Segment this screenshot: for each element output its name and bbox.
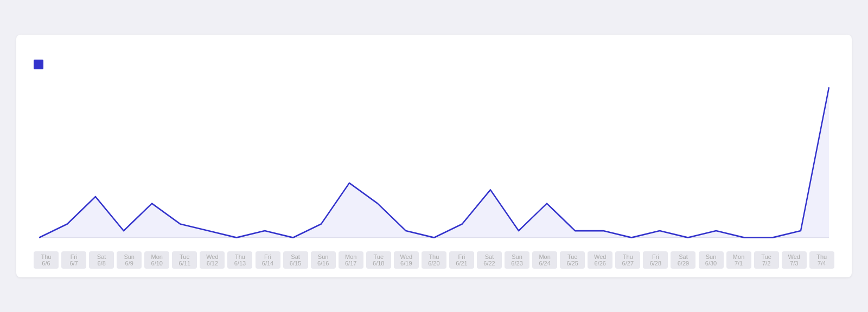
- x-tick: Sat6/15: [283, 251, 308, 269]
- x-tick: Fri6/7: [61, 251, 86, 269]
- x-tick: Wed6/12: [200, 251, 225, 269]
- x-tick: Sun6/30: [699, 251, 724, 269]
- x-tick: Sun6/9: [117, 251, 142, 269]
- x-axis: Thu6/6Fri6/7Sat6/8Sun6/9Mon6/10Tue6/11We…: [34, 251, 834, 269]
- x-tick: Thu6/20: [422, 251, 446, 269]
- x-tick: Mon6/24: [532, 251, 557, 269]
- x-tick: Tue7/2: [754, 251, 779, 269]
- legend-color-box: [34, 60, 43, 69]
- x-tick: Sat6/22: [477, 251, 502, 269]
- x-tick: Mon7/1: [726, 251, 751, 269]
- x-tick: Wed7/3: [782, 251, 807, 269]
- x-tick: Fri6/14: [256, 251, 280, 269]
- chart-area: [34, 76, 834, 249]
- x-tick: Sun6/16: [311, 251, 336, 269]
- x-tick: Thu7/4: [809, 251, 834, 269]
- x-tick: Mon6/10: [144, 251, 169, 269]
- x-tick: Sat6/8: [89, 251, 114, 269]
- x-tick: Fri6/21: [449, 251, 474, 269]
- x-tick: Wed6/19: [394, 251, 419, 269]
- x-tick: Tue6/25: [560, 251, 585, 269]
- x-tick: Thu6/27: [615, 251, 640, 269]
- x-tick: Fri6/28: [643, 251, 668, 269]
- x-tick: Tue6/18: [366, 251, 391, 269]
- x-tick: Sat6/29: [671, 251, 695, 269]
- x-tick: Sun6/23: [505, 251, 529, 269]
- legend: [34, 60, 834, 69]
- error-breakdown-card: Thu6/6Fri6/7Sat6/8Sun6/9Mon6/10Tue6/11We…: [16, 35, 852, 277]
- x-tick: Mon6/17: [339, 251, 363, 269]
- x-tick: Tue6/11: [172, 251, 197, 269]
- x-tick: Thu6/6: [34, 251, 59, 269]
- line-chart-svg: [34, 76, 834, 249]
- x-tick: Thu6/13: [227, 251, 252, 269]
- x-tick: Wed6/26: [588, 251, 612, 269]
